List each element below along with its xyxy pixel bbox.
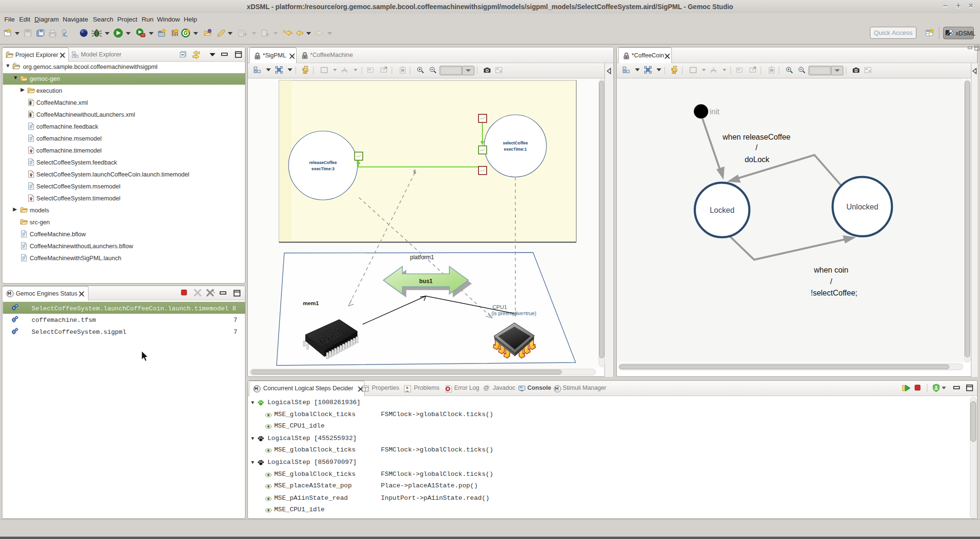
svg-text:Locked: Locked (710, 206, 735, 214)
svg-text:init: init (710, 108, 720, 116)
svg-text:when releaseCoffee: when releaseCoffee (722, 133, 791, 141)
svg-text:execTime:3: execTime:3 (312, 166, 334, 171)
svg-text:selectCoffee: selectCoffee (503, 141, 528, 145)
svg-text:!selectCoffee;: !selectCoffee; (811, 289, 858, 297)
svg-text:/: / (830, 277, 833, 286)
svg-text:bus1: bus1 (419, 278, 433, 285)
svg-text:CPU1: CPU1 (492, 304, 507, 310)
svg-text:doLock: doLock (745, 155, 770, 164)
svg-text:6: 6 (413, 169, 416, 175)
svg-text:/: / (756, 143, 758, 152)
svg-text:when coin: when coin (813, 266, 848, 274)
svg-text:releaseCoffee: releaseCoffee (309, 160, 337, 165)
svg-text:platform1: platform1 (410, 254, 434, 261)
svg-text:Unlocked: Unlocked (846, 203, 879, 211)
svg-text:mem1: mem1 (303, 300, 319, 306)
svg-text:execTime:1: execTime:1 (504, 147, 527, 152)
